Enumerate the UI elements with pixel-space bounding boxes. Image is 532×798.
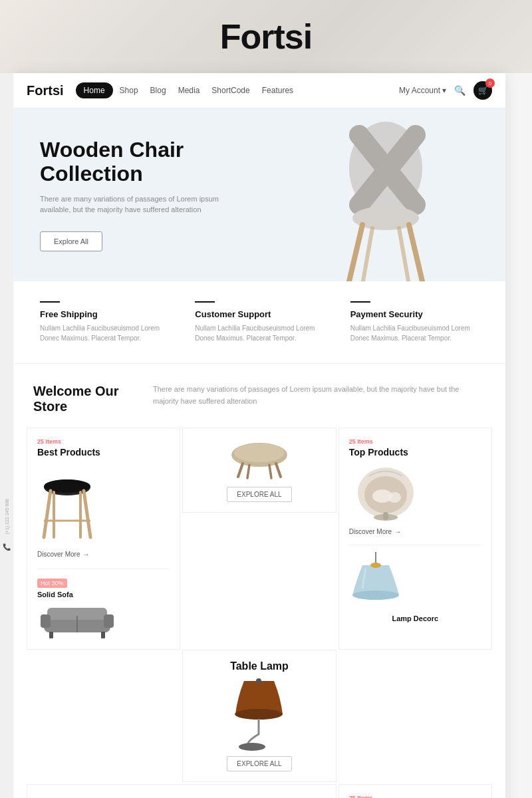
svg-point-23 [234,444,285,462]
lamp-decor-name: Lamp Decorc [349,614,481,622]
feature-line [350,301,370,303]
top-products-card: 25 Items Top Products [338,428,492,650]
explore-all-button[interactable]: Explore All [40,231,102,251]
welcome-title: Welcome Our Store [33,384,140,414]
feature-desc: Nullam Lachilia Faucibuseuismod Lorem Do… [40,323,168,343]
sofa-image [37,602,170,639]
welcome-desc: There are many variations of passages of… [153,384,485,407]
nav-links: Home Shop Blog Media ShortCode Features [76,82,394,98]
feature-desc: Nullam Lachilia Faucibuseuismod Lorem Do… [350,323,479,343]
svg-line-26 [247,465,249,478]
banner-content: Wooden Chair Collection There are many v… [40,138,226,251]
feature-line [195,301,215,303]
table-lamp-image [234,678,284,751]
table-lamp-card: Table Lamp [182,650,336,782]
nav-right: My Account ▾ 🔍 🛒 0 [399,81,492,100]
best-products-card: 25 Items Best Products [27,428,180,650]
chevron-down-icon: ▾ [442,86,446,95]
search-icon[interactable]: 🔍 [454,85,466,96]
solid-sofa-section: Hot 30% Solid Sofa [37,569,170,639]
nav-brand[interactable]: Fortsi [27,83,64,98]
nav-shop[interactable]: Shop [114,82,144,98]
cart-button[interactable]: 🛒 0 [473,81,492,100]
svg-rect-18 [104,614,114,628]
cart-badge: 0 [485,78,495,88]
svg-rect-19 [49,632,53,638]
top-products-title: Top Products [349,447,481,458]
ottoman-card: EXPLORE ALL [182,428,336,513]
sidebar-phone-text: (+1) 222 245 888 [5,499,9,535]
nav-blog[interactable]: Blog [145,82,172,98]
svg-point-40 [256,678,261,684]
banner-chair-image [306,115,479,281]
discover-more-top[interactable]: Discover More → [349,528,481,535]
top-products-tag: 25 Items [349,438,481,445]
discover-more-best[interactable]: Discover More → [37,551,170,558]
nav-media[interactable]: Media [173,82,205,98]
svg-point-36 [370,563,381,568]
svg-point-39 [239,743,265,751]
svg-point-31 [388,492,401,503]
svg-line-11 [84,491,90,537]
site-hero-title: Fortsi [220,17,312,57]
feature-customer-support: Customer Support Nullam Lachilia Faucibu… [188,301,330,343]
arrow-right-icon: → [82,551,89,558]
best-products-title: Best Products [37,447,170,458]
hero-banner: Wooden Chair Collection There are many v… [13,108,505,281]
navbar: Fortsi Home Shop Blog Media ShortCode Fe… [13,73,505,108]
nav-home[interactable]: Home [76,82,113,98]
svg-line-5 [409,225,422,281]
hero-background: Fortsi [0,0,532,73]
table-lamp-title: Table Lamp [230,660,289,672]
svg-line-25 [276,464,281,477]
feature-line [40,301,60,303]
my-account-link[interactable]: My Account ▾ [399,86,446,95]
nav-shortcode[interactable]: ShortCode [206,82,255,98]
best-products-tag: 25 Items [37,438,170,445]
feature-payment-security: Payment Security Nullam Lachilia Faucibu… [344,301,485,343]
phone-icon[interactable]: 📞 [3,543,11,551]
solid-wood-table-card: NEW COMES Solid Wood Table EXPLORE ALL [27,784,336,798]
arrow-right-icon: → [394,528,401,535]
svg-line-10 [44,491,51,537]
nav-features[interactable]: Features [257,82,299,98]
svg-line-27 [269,465,271,478]
pendant-lamp-image [349,552,481,612]
barstool-image [37,464,170,544]
svg-line-6 [362,228,372,281]
feature-desc: Nullam Lachilia Faucibuseuismod Lorem Do… [195,323,323,343]
new-products-card: 25 Items New Products [338,784,492,798]
new-products-tag: 25 Items [349,795,481,798]
hot-tag: Hot 30% [37,579,67,588]
svg-line-24 [238,464,243,477]
welcome-section: Welcome Our Store There are many variati… [13,364,505,428]
svg-line-4 [349,225,362,281]
table-lamp-explore-button[interactable]: EXPLORE ALL [227,756,291,771]
banner-title: Wooden Chair Collection [40,138,226,185]
banner-desc: There are many variations of passages of… [40,194,226,215]
svg-point-35 [352,591,399,600]
pod-chair-image [349,463,481,523]
svg-rect-17 [41,614,51,628]
svg-rect-20 [101,632,105,638]
ottoman-image [226,438,293,481]
features-strip: Free Shipping Nullam Lachilia Faucibuseu… [13,281,505,364]
feature-free-shipping: Free Shipping Nullam Lachilia Faucibuseu… [33,301,175,343]
feature-title: Customer Support [195,309,323,319]
feature-title: Payment Security [350,309,479,319]
svg-line-7 [399,228,409,281]
svg-point-37 [235,709,283,720]
ottoman-explore-button[interactable]: EXPLORE ALL [227,487,291,502]
solid-sofa-name: Solid Sofa [37,591,170,598]
feature-title: Free Shipping [40,309,168,319]
lamp-decor-section: Lamp Decorc [349,545,481,622]
